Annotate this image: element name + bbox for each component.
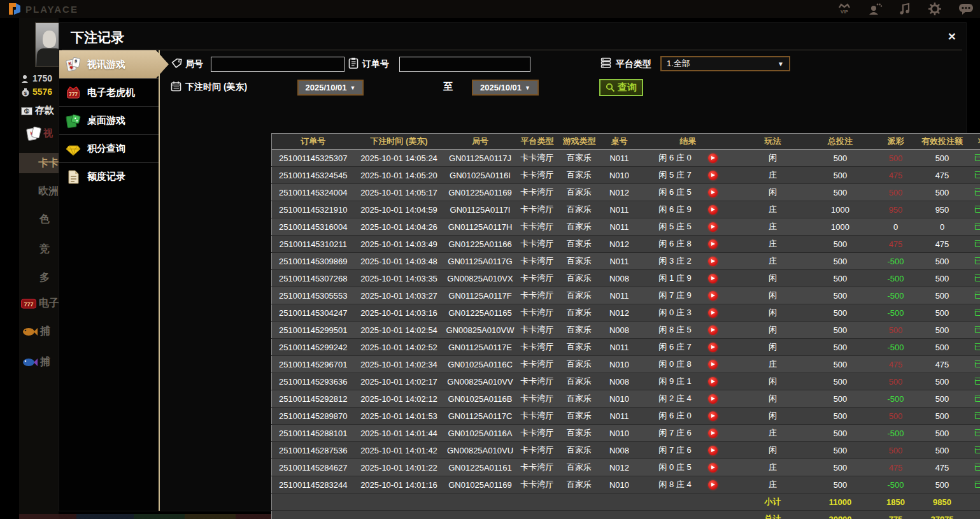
cell-game: 百家乐 [558,339,601,356]
cell-result: 闲 8 庄 4 [638,476,739,494]
cell-time: 2025-10-01 14:03:16 [355,304,444,322]
vip-icon[interactable]: VIP [837,2,851,16]
music-icon[interactable] [898,2,911,16]
cell-payout: 950 [874,201,918,218]
cell-game: 百家乐 [558,356,601,373]
deposit-button[interactable]: $存款 [21,104,54,117]
cell-time: 2025-10-01 14:01:42 [355,442,444,459]
platform-type-select[interactable]: 1.全部 ▼ [660,56,790,71]
slots-777-icon: 777 [66,85,81,101]
replay-icon[interactable] [708,257,718,266]
quota-document-icon [66,169,81,185]
cell-time: 2025-10-01 14:03:27 [355,287,444,304]
tab-slots[interactable]: 777 电子老虎机 [59,78,159,106]
replay-icon[interactable] [708,343,718,352]
subtotal-payout: 1850 [874,494,918,511]
replay-icon[interactable] [708,446,718,455]
table-row: 251001145287536 2025-10-01 14:01:42 GN00… [272,442,980,459]
replay-icon[interactable] [708,394,718,404]
table-row: 251001145324545 2025-10-01 14:05:20 GN01… [272,167,980,184]
replay-icon[interactable] [708,153,718,163]
cell-play: 闲 [739,150,807,167]
total-payout: 775 [874,511,918,519]
lobby-item[interactable]: 卡卡 [38,157,59,170]
replay-icon[interactable] [708,377,718,387]
search-button[interactable]: 查询 [599,79,643,96]
result-text: 闲 7 庄 9 [658,290,691,301]
moneybag-icon: $ [21,88,30,97]
replay-icon[interactable] [708,360,718,369]
video-games-row[interactable]: K视 [27,126,53,141]
cell-status: 已派彩 [967,356,980,373]
lobby-item-fishing2[interactable]: 捕 [21,355,50,369]
balance-row: 1750 [21,73,52,83]
lobby-item[interactable]: 竞 [39,243,50,256]
tab-table-games[interactable]: 桌面游戏 [59,106,159,134]
replay-icon[interactable] [708,325,718,335]
cell-play: 庄 [739,476,807,494]
round-number-input[interactable] [211,57,344,72]
cell-order: 251001145324004 [272,184,355,201]
close-icon[interactable]: × [948,29,956,43]
tab-quota-records[interactable]: 额度记录 [59,162,159,190]
lobby-item[interactable]: 色 [39,213,50,226]
col-play: 玩法 [739,134,807,150]
tab-points[interactable]: 积分查询 [59,134,159,162]
replay-icon[interactable] [708,171,718,180]
replay-icon[interactable] [708,308,718,318]
cell-payout: 475 [874,459,918,476]
result-text: 闲 2 庄 4 [658,393,691,404]
date-from-picker[interactable]: 2025/10/01 ▼ [297,80,364,96]
support-icon[interactable] [868,2,882,16]
replay-icon[interactable] [708,291,718,301]
cell-play: 闲 [739,390,807,408]
tab-label: 积分查询 [87,143,125,155]
replay-icon[interactable] [708,205,718,215]
top-bar: PLAYACE VIP [0,0,980,18]
cell-round: GN00825A010VU [444,442,517,459]
lobby-item[interactable]: 欧洲 [38,185,59,198]
banknote-icon: $ [21,107,32,115]
replay-icon[interactable] [708,274,718,283]
table-row: 251001145310211 2025-10-01 14:03:49 GN01… [272,236,980,253]
result-text: 闲 6 庄 0 [658,410,691,422]
cell-bet: 500 [807,339,874,356]
cell-game: 百家乐 [558,322,601,339]
replay-icon[interactable] [708,429,718,438]
replay-icon[interactable] [708,239,718,249]
cell-time: 2025-10-01 14:02:17 [355,373,444,390]
replay-icon[interactable] [708,188,718,197]
tab-video-games[interactable]: K♥9 视讯游戏 [59,50,169,78]
date-to-picker[interactable]: 2025/10/01 ▼ [472,80,539,96]
cell-status: 已派彩 [967,476,980,494]
replay-icon[interactable] [708,222,718,232]
cell-play: 闲 [739,287,807,304]
cell-order: 251001145304247 [272,304,355,322]
lobby-item-fishing1[interactable]: 捕 [21,325,50,338]
order-number-input[interactable] [399,57,530,72]
gear-icon[interactable] [928,2,942,16]
chat-icon[interactable] [958,2,974,16]
replay-icon[interactable] [708,463,718,473]
table-row: 251001145299501 2025-10-01 14:02:54 GN00… [272,322,980,339]
cell-payout: -500 [874,390,918,408]
cell-time: 2025-10-01 14:02:54 [355,322,444,339]
cell-platform: 卡卡湾厅 [517,253,558,270]
coins-value: 5576 [32,87,52,97]
replay-icon[interactable] [708,411,718,421]
lobby-item[interactable]: 多 [39,271,50,285]
cell-result: 闲 7 庄 9 [638,287,739,304]
col-status: 状态 [967,134,980,150]
replay-icon[interactable] [708,480,718,490]
cell-game: 百家乐 [558,476,601,494]
cell-result: 闲 5 庄 5 [638,218,739,236]
cell-bet: 500 [807,442,874,459]
cell-play: 闲 [739,322,807,339]
cell-table: N011 [601,287,638,304]
result-text: 闲 0 庄 5 [658,462,691,473]
tab-label: 电子老虎机 [87,87,135,99]
cell-time: 2025-10-01 14:02:12 [355,390,444,408]
lobby-item-slots[interactable]: 777电子 [21,297,59,310]
search-button-label: 查询 [618,82,637,94]
cell-status: 已派彩 [967,442,980,459]
